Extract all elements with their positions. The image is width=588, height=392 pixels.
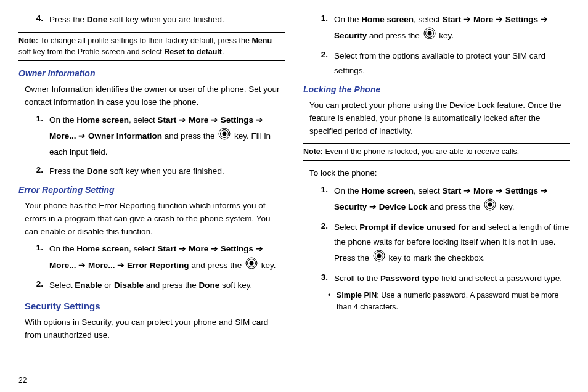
heading-locking-the-phone: Locking the Phone [303, 83, 570, 97]
step-text: On the Home screen, select Start ➔ More … [49, 113, 285, 160]
list-item: 1. On the Home screen, select Start ➔ Mo… [312, 12, 570, 45]
step-text: Press the Done soft key when you are fin… [49, 164, 285, 179]
step-number: 3. [312, 271, 334, 286]
bullet-text: Simple PIN: Use a numeric password. A pa… [337, 290, 570, 314]
svg-point-11 [488, 203, 492, 207]
heading-error-reporting: Error Reporting Setting [18, 184, 285, 197]
ok-key-icon [373, 250, 385, 267]
step-number: 1. [312, 184, 334, 216]
page-content: 4. Press the Done soft key when you are … [0, 0, 588, 376]
list-item: 2. Select Enable or Disable and press th… [27, 278, 285, 293]
step-text: Select Prompt if device unused for and s… [334, 220, 570, 267]
paragraph: Your phone has the Error Reporting funct… [18, 200, 285, 239]
ok-key-icon [423, 27, 436, 44]
list-item: 1. On the Home screen, select Start ➔ Mo… [27, 113, 285, 160]
paragraph: Owner Information identifies the owner o… [18, 83, 285, 109]
step-number: 1. [27, 113, 49, 160]
list-item: 2. Select Prompt if device unused for an… [312, 220, 570, 267]
step-number: 1. [27, 242, 49, 274]
list-item: 2. Select from the options available to … [312, 49, 570, 79]
svg-point-8 [427, 31, 431, 36]
note-box: Note: To change all profile settings to … [18, 32, 285, 61]
list-item: 2. Press the Done soft key when you are … [27, 164, 285, 179]
step-text: Scroll to the Password type field and se… [334, 271, 570, 286]
step-number: 1. [312, 12, 334, 45]
left-column: 4. Press the Done soft key when you are … [18, 12, 285, 376]
svg-point-14 [377, 254, 381, 258]
ok-key-icon [218, 128, 231, 145]
right-column: 1. On the Home screen, select Start ➔ Mo… [303, 12, 570, 376]
step-text: Select Enable or Disable and press the D… [49, 278, 285, 293]
paragraph: You can protect your phone using the Dev… [303, 99, 570, 138]
page-number: 22 [0, 376, 588, 385]
bullet-dot: • [328, 290, 337, 314]
list-item: 1. On the Home screen, select Start ➔ Mo… [27, 242, 285, 274]
step-number: 2. [312, 220, 334, 267]
step-number: 2. [27, 278, 49, 293]
ok-key-icon [484, 198, 496, 216]
step-text: Select from the options available to pro… [334, 49, 570, 79]
list-item: 1. On the Home screen, select Start ➔ Mo… [312, 184, 570, 216]
step-number: 2. [312, 49, 334, 79]
paragraph: To lock the phone: [303, 167, 570, 180]
svg-point-5 [249, 261, 253, 265]
heading-security-settings: Security Settings [18, 299, 285, 313]
ok-key-icon [245, 257, 258, 274]
step-text: Press the Done soft key when you are fin… [49, 12, 285, 27]
svg-point-2 [223, 132, 227, 136]
step-text: On the Home screen, select Start ➔ More … [334, 184, 570, 216]
list-item: 4. Press the Done soft key when you are … [27, 12, 285, 27]
bullet-item: • Simple PIN: Use a numeric password. A … [328, 290, 570, 314]
step-number: 2. [27, 164, 49, 179]
note-box: Note: Even if the phone is locked, you a… [303, 143, 570, 161]
heading-owner-information: Owner Information [18, 67, 285, 81]
step-text: On the Home screen, select Start ➔ More … [49, 242, 285, 274]
list-item: 3. Scroll to the Password type field and… [312, 271, 570, 286]
step-number: 4. [27, 12, 49, 27]
step-text: On the Home screen, select Start ➔ More … [334, 12, 570, 45]
paragraph: With options in Security, you can protec… [18, 316, 285, 342]
